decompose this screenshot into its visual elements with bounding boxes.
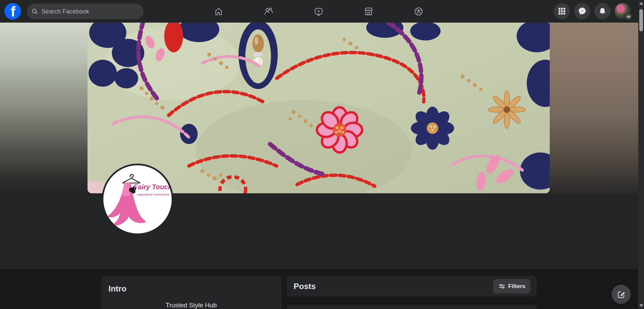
friends-icon — [264, 6, 274, 17]
home-tab[interactable] — [194, 1, 244, 22]
intro-title: Intro — [108, 284, 274, 293]
post-card-partial — [287, 305, 537, 309]
filters-button[interactable]: Filters — [493, 279, 530, 293]
search-input[interactable] — [41, 8, 129, 16]
page-header: Fairy Touch 9.9K followers • 46 followin… — [0, 193, 644, 269]
compose-button[interactable] — [612, 285, 631, 304]
marketplace-icon — [364, 6, 374, 17]
video-tab[interactable] — [294, 1, 344, 22]
account-button[interactable] — [615, 3, 631, 19]
edit-pencil-icon — [617, 290, 626, 299]
cover-blur-right — [550, 23, 644, 193]
page-profile-picture[interactable]: Fairy Touch Legendary Collection — [102, 164, 173, 235]
friends-tab[interactable] — [244, 1, 294, 22]
video-icon — [314, 6, 324, 17]
cover-blur-left — [0, 23, 88, 193]
cover-section — [0, 23, 644, 193]
search-icon — [31, 8, 38, 15]
home-icon — [214, 6, 224, 17]
navbar-center-tabs — [194, 0, 444, 23]
cover-photo-art — [88, 23, 550, 193]
bell-icon — [598, 7, 607, 16]
intro-card: Intro Trusted Style Hub — [101, 276, 281, 309]
profile-logo-subtitle: Legendary Collection — [137, 193, 170, 196]
messenger-icon — [578, 7, 587, 16]
facebook-page: f — [0, 0, 644, 309]
notifications-button[interactable] — [594, 3, 611, 19]
groups-icon — [414, 6, 424, 17]
posts-header-card: Posts Filters — [287, 276, 537, 297]
navbar-right-buttons — [554, 3, 631, 19]
top-navbar: f — [0, 0, 644, 23]
groups-tab[interactable] — [394, 1, 444, 22]
menu-button[interactable] — [554, 3, 570, 19]
intro-line: Trusted Style Hub — [108, 302, 274, 309]
scrollbar-up-arrow[interactable] — [638, 1, 644, 6]
scrollbar-thumb[interactable] — [639, 9, 643, 31]
chevron-down-icon — [627, 15, 630, 19]
filters-button-label: Filters — [508, 283, 525, 290]
marketplace-tab[interactable] — [344, 1, 394, 22]
messenger-button[interactable] — [574, 3, 590, 19]
scrollbar-down-arrow[interactable] — [638, 303, 644, 308]
account-chevron-badge — [625, 13, 632, 20]
vertical-scrollbar[interactable] — [638, 0, 644, 309]
profile-logo-art: Fairy Touch Legendary Collection — [103, 165, 172, 233]
profile-logo-title: Fairy Touch — [134, 183, 172, 191]
cover-photo[interactable] — [88, 23, 550, 193]
facebook-logo[interactable]: f — [4, 3, 21, 20]
filters-icon — [498, 283, 505, 290]
menu-grid-icon — [558, 7, 566, 15]
facebook-logo-letter: f — [11, 4, 16, 20]
search-input-wrapper[interactable] — [27, 4, 144, 19]
posts-title: Posts — [294, 282, 316, 291]
